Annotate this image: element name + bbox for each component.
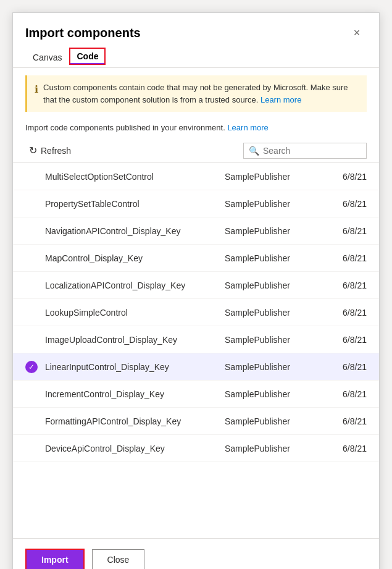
row-publisher: SamplePublisher [225,226,323,236]
search-box: 🔍 [243,143,367,159]
row-component-name: PropertySetTableControl [45,199,225,209]
warning-learn-more-link[interactable]: Learn more [261,95,301,104]
row-check: ✓ [25,361,45,373]
components-table: MultiSelectOptionSetControlSamplePublish… [13,163,379,538]
row-component-name: IncrementControl_Display_Key [45,389,225,399]
close-button[interactable]: Close [92,549,145,569]
dialog-footer: Import Close [13,538,379,569]
dialog-header: Import components × [13,13,379,48]
table-row[interactable]: DeviceApiControl_Display_KeySamplePublis… [13,435,379,462]
row-date: 6/8/21 [323,416,367,426]
row-date: 6/8/21 [323,308,367,318]
table-row[interactable]: MultiSelectOptionSetControlSamplePublish… [13,163,379,190]
row-publisher: SamplePublisher [225,362,323,372]
row-component-name: MultiSelectOptionSetControl [45,172,225,182]
table-row[interactable]: ✓LinearInputControl_Display_KeySamplePub… [13,353,379,381]
row-component-name: DeviceApiControl_Display_Key [45,444,225,453]
dialog-close-button[interactable]: × [347,23,367,43]
table-row[interactable]: NavigationAPIControl_Display_KeySamplePu… [13,217,379,245]
refresh-icon: ↻ [29,145,37,156]
row-publisher: SamplePublisher [225,199,323,209]
warning-icon: ℹ [35,82,38,97]
row-publisher: SamplePublisher [225,335,323,345]
refresh-button[interactable]: ↻ Refresh [25,142,75,159]
row-date: 6/8/21 [323,172,367,182]
row-date: 6/8/21 [323,389,367,399]
toolbar: ↻ Refresh 🔍 [13,138,379,163]
row-publisher: SamplePublisher [225,280,323,290]
row-date: 6/8/21 [323,253,367,263]
import-button[interactable]: Import [25,549,85,569]
row-component-name: LocalizationAPIControl_Display_Key [45,280,225,290]
refresh-label: Refresh [41,146,71,156]
row-date: 6/8/21 [323,226,367,236]
row-date: 6/8/21 [323,444,367,453]
warning-banner: ℹ Custom components contain code that ma… [25,75,367,112]
warning-text: Custom components contain code that may … [43,83,348,104]
row-publisher: SamplePublisher [225,389,323,399]
table-row[interactable]: ImageUploadControl_Display_KeySamplePubl… [13,326,379,353]
table-row[interactable]: FormattingAPIControl_Display_KeySamplePu… [13,408,379,435]
row-publisher: SamplePublisher [225,172,323,182]
table-row[interactable]: PropertySetTableControlSamplePublisher6/… [13,190,379,217]
subtext-learn-more-link[interactable]: Learn more [227,123,268,132]
table-row[interactable]: LocalizationAPIControl_Display_KeySample… [13,272,379,299]
table-row[interactable]: MapControl_Display_KeySamplePublisher6/8… [13,245,379,272]
tab-canvas[interactable]: Canvas [25,48,69,67]
row-component-name: ImageUploadControl_Display_Key [45,335,225,345]
row-publisher: SamplePublisher [225,444,323,453]
import-components-dialog: Import components × Canvas Code ℹ Custom… [12,12,380,569]
tab-code[interactable]: Code [69,48,106,65]
row-date: 6/8/21 [323,335,367,345]
row-publisher: SamplePublisher [225,308,323,318]
search-input[interactable] [263,146,361,156]
row-date: 6/8/21 [323,280,367,290]
row-component-name: MapControl_Display_Key [45,253,225,263]
search-icon: 🔍 [249,146,259,156]
subtext-area: Import code components published in your… [13,119,379,138]
row-date: 6/8/21 [323,362,367,372]
row-publisher: SamplePublisher [225,416,323,426]
dialog-title: Import components [25,26,141,40]
row-date: 6/8/21 [323,199,367,209]
table-row[interactable]: LookupSimpleControlSamplePublisher6/8/21 [13,299,379,326]
table-row[interactable]: IncrementControl_Display_KeySamplePublis… [13,381,379,408]
row-component-name: LinearInputControl_Display_Key [45,362,225,372]
row-component-name: FormattingAPIControl_Display_Key [45,416,225,426]
row-component-name: NavigationAPIControl_Display_Key [45,226,225,236]
row-component-name: LookupSimpleControl [45,308,225,318]
row-publisher: SamplePublisher [225,253,323,263]
check-circle-icon: ✓ [25,361,38,373]
subtext-text: Import code components published in your… [25,123,225,132]
tabs-container: Canvas Code [13,48,379,68]
